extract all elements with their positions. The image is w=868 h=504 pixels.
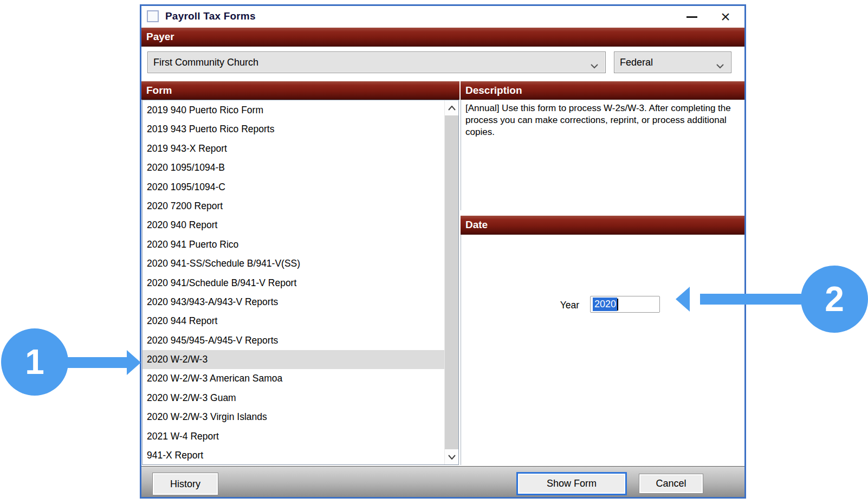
form-list-item[interactable]: 2020 945/945-A/945-V Reports [142, 331, 444, 350]
annotation-1-arrow [64, 357, 129, 368]
history-button[interactable]: History [152, 473, 218, 495]
date-section-header: Date [461, 216, 744, 235]
form-list-item-selected[interactable]: 2020 W-2/W-3 [142, 350, 444, 369]
window-title: Payroll Tax Forms [165, 10, 256, 22]
cancel-button[interactable]: Cancel [639, 474, 703, 494]
description-section-header: Description [461, 81, 744, 100]
form-list-item[interactable]: 2020 941-SS/Schedule B/941-V(SS) [142, 254, 444, 273]
show-form-button-label: Show Form [547, 478, 597, 489]
form-list-item[interactable]: 2020 944 Report [142, 312, 444, 331]
history-button-label: History [170, 479, 200, 490]
form-list-item[interactable]: 2019 943 Puerto Rico Reports [142, 120, 444, 139]
payroll-tax-forms-dialog: Payroll Tax Forms × Payer First Communit… [140, 4, 746, 499]
form-list-item[interactable]: 2020 941/Schedule B/941-V Report [142, 274, 444, 293]
show-form-button[interactable]: Show Form [516, 472, 627, 495]
payer-select[interactable]: First Community Church [147, 51, 606, 73]
minimize-button[interactable] [678, 6, 706, 28]
annotation-1-number: 1 [25, 342, 44, 382]
scrollbar-track[interactable] [445, 115, 458, 449]
annotation-1-arrowhead-icon [127, 350, 141, 375]
payer-section-header: Payer [141, 28, 744, 47]
form-list-item[interactable]: 2020 7200 Report [142, 197, 444, 216]
form-list[interactable]: 2019 940 Puerto Rico Form2019 943 Puerto… [142, 100, 459, 465]
chevron-down-icon [590, 60, 599, 72]
form-list-items: 2019 940 Puerto Rico Form2019 943 Puerto… [142, 101, 444, 465]
jurisdiction-select[interactable]: Federal [614, 51, 731, 73]
scroll-up-button[interactable] [445, 100, 458, 115]
chevron-down-icon [448, 455, 456, 460]
close-button[interactable]: × [711, 6, 740, 28]
date-panel: Year 2020 [461, 235, 744, 465]
minimize-icon [686, 16, 697, 18]
form-list-item[interactable]: 2020 941 Puerto Rico [142, 235, 444, 254]
footer-bar: History Show Form Cancel [141, 466, 744, 497]
year-label: Year [552, 300, 579, 311]
form-section-header: Form [141, 81, 459, 100]
chevron-down-icon [716, 60, 724, 72]
form-list-item[interactable]: 2020 W-2/W-3 Virgin Islands [142, 408, 444, 427]
annotation-2-arrowhead-icon [676, 287, 690, 312]
annotation-2-arrow [700, 294, 803, 305]
chevron-up-icon [448, 106, 456, 111]
form-list-item[interactable]: 941-X Report [142, 446, 444, 465]
payer-select-value: First Community Church [153, 57, 258, 68]
form-list-item[interactable]: 2020 W-2/W-3 Guam [142, 389, 444, 408]
form-list-item[interactable]: 2019 940 Puerto Rico Form [142, 101, 444, 120]
jurisdiction-select-value: Federal [620, 57, 653, 68]
annotation-1-badge: 1 [1, 328, 68, 396]
scroll-down-button[interactable] [445, 449, 458, 464]
text-caret [617, 299, 618, 311]
form-list-scrollbar[interactable] [444, 100, 458, 464]
annotation-2-badge: 2 [801, 266, 868, 333]
annotation-2-number: 2 [825, 279, 844, 319]
close-icon: × [721, 9, 730, 25]
cancel-button-label: Cancel [656, 478, 686, 489]
year-input-selected-text: 2020 [593, 298, 617, 311]
app-window-icon [147, 10, 159, 22]
form-list-item[interactable]: 2021 W-4 Report [142, 427, 444, 446]
form-list-item[interactable]: 2019 943-X Report [142, 139, 444, 158]
form-list-item[interactable]: 2020 1095/1094-C [142, 178, 444, 197]
form-list-item[interactable]: 2020 1095/1094-B [142, 158, 444, 177]
form-list-item[interactable]: 2020 940 Report [142, 216, 444, 235]
form-list-item[interactable]: 2020 943/943-A/943-V Reports [142, 293, 444, 312]
year-input[interactable]: 2020 [590, 296, 660, 313]
description-text: [Annual] Use this form to process W-2s/W… [461, 100, 744, 210]
form-list-item[interactable]: 2020 W-2/W-3 American Samoa [142, 369, 444, 388]
title-bar: Payroll Tax Forms × [141, 6, 744, 28]
